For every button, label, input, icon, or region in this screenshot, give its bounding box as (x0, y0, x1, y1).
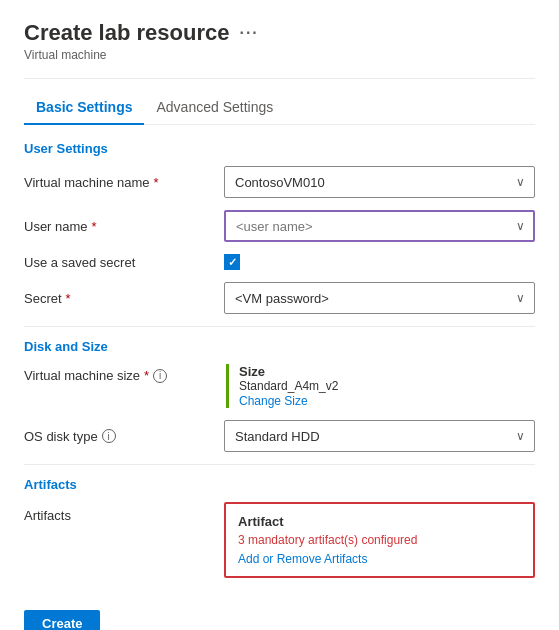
saved-secret-checkbox-wrapper (224, 254, 240, 270)
secret-control: <VM password> (224, 282, 535, 314)
vm-size-required: * (144, 368, 149, 383)
os-disk-dropdown[interactable]: Standard HDD (224, 420, 535, 452)
section-disk-size: Disk and Size (24, 339, 535, 354)
os-disk-row: OS disk type i Standard HDD (24, 420, 535, 452)
vm-size-control: Size Standard_A4m_v2 Change Size (224, 364, 535, 408)
vm-name-label: Virtual machine name * (24, 175, 224, 190)
vm-size-block: Size Standard_A4m_v2 Change Size (226, 364, 338, 408)
vm-size-value: Standard_A4m_v2 (239, 379, 338, 393)
vm-name-input[interactable] (224, 166, 535, 198)
saved-secret-checkbox[interactable] (224, 254, 240, 270)
user-name-input[interactable] (224, 210, 535, 242)
vm-name-required: * (154, 175, 159, 190)
header-divider (24, 78, 535, 79)
vm-size-row: Virtual machine size * i Size Standard_A… (24, 364, 535, 408)
change-size-link[interactable]: Change Size (239, 394, 308, 408)
section-user-settings: User Settings (24, 141, 535, 156)
user-name-control (224, 210, 535, 242)
secret-dropdown-wrapper: <VM password> (224, 282, 535, 314)
tabs-container: Basic Settings Advanced Settings (24, 91, 535, 125)
vm-size-heading: Size (239, 364, 338, 379)
secret-required: * (66, 291, 71, 306)
section-divider-2 (24, 464, 535, 465)
user-name-row: User name * (24, 210, 535, 242)
secret-row: Secret * <VM password> (24, 282, 535, 314)
tab-advanced-settings[interactable]: Advanced Settings (144, 91, 285, 125)
section-artifacts: Artifacts (24, 477, 535, 492)
os-disk-info-icon[interactable]: i (102, 429, 116, 443)
os-disk-label: OS disk type i (24, 429, 224, 444)
user-name-dropdown-wrapper (224, 210, 535, 242)
page-title: Create lab resource ··· (24, 20, 259, 46)
vm-name-row: Virtual machine name * (24, 166, 535, 198)
secret-label: Secret * (24, 291, 224, 306)
artifacts-control: Artifact 3 mandatory artifact(s) configu… (224, 502, 535, 578)
ellipsis-menu[interactable]: ··· (239, 24, 258, 42)
vm-name-dropdown-wrapper (224, 166, 535, 198)
os-disk-control: Standard HDD (224, 420, 535, 452)
vm-size-info-icon[interactable]: i (153, 369, 167, 383)
user-name-required: * (92, 219, 97, 234)
artifact-title: Artifact (238, 514, 521, 529)
saved-secret-control (224, 254, 535, 270)
tab-basic-settings[interactable]: Basic Settings (24, 91, 144, 125)
artifact-count: 3 mandatory artifact(s) configured (238, 533, 521, 547)
user-name-label: User name * (24, 219, 224, 234)
artifacts-label: Artifacts (24, 502, 224, 523)
secret-dropdown[interactable]: <VM password> (224, 282, 535, 314)
os-disk-dropdown-wrapper: Standard HDD (224, 420, 535, 452)
artifacts-row: Artifacts Artifact 3 mandatory artifact(… (24, 502, 535, 578)
vm-name-control (224, 166, 535, 198)
add-remove-artifacts-link[interactable]: Add or Remove Artifacts (238, 552, 367, 566)
saved-secret-label: Use a saved secret (24, 255, 224, 270)
section-divider-1 (24, 326, 535, 327)
saved-secret-row: Use a saved secret (24, 254, 535, 270)
artifacts-box: Artifact 3 mandatory artifact(s) configu… (224, 502, 535, 578)
create-button[interactable]: Create (24, 610, 100, 630)
vm-size-label: Virtual machine size * i (24, 364, 224, 383)
page-subtitle: Virtual machine (24, 48, 535, 62)
